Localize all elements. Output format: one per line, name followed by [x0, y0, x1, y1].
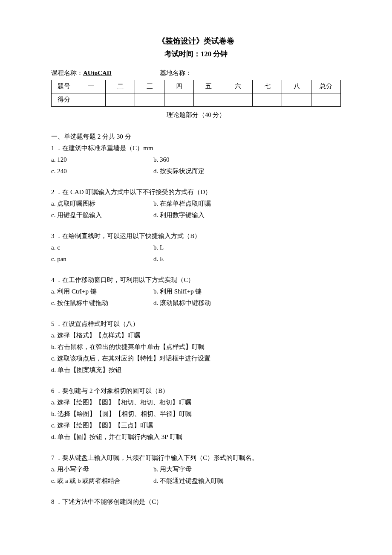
base-label: 基地名称： [160, 67, 192, 79]
q4-stem: 4 ．在工作移动窗口时，可利用以下方式实现（C） [51, 274, 341, 286]
q3-opt-b: b. L [153, 242, 341, 253]
table-row: 得分 [52, 93, 341, 106]
q3-opt-a: a. c [51, 242, 153, 253]
q1-opt-d: d. 按实际状况而定 [153, 166, 341, 177]
cell-empty [76, 93, 106, 106]
table-row: 题号 一 二 三 四 五 六 七 八 总分 [52, 80, 341, 93]
q7-stem: 7 ．要从键盘上输入叮嘱，只须在叮嘱行中输入下列（C）形式的叮嘱名。 [51, 452, 341, 464]
cell-empty [282, 93, 311, 106]
q7-opt-a: a. 用小写字母 [51, 464, 153, 475]
q6-opt-a: a. 选择【绘图】【圆】【相切、相切、相切】叮嘱 [51, 397, 341, 408]
q4-opt-d: d. 滚动鼠标中键移动 [153, 297, 341, 309]
cell: 三 [135, 80, 164, 93]
course-value: AUtoCAD [83, 70, 112, 76]
q2-opt-c: c. 用键盘干脆输入 [51, 209, 153, 221]
cell: 八 [282, 80, 311, 93]
cell: 总分 [311, 80, 341, 93]
q7-opt-d: d. 不能通过键盘输入叮嘱 [153, 475, 341, 487]
q6-opt-b: b. 选择【绘图】【圆】【相切、相切、半径】叮嘱 [51, 408, 341, 420]
cell: 六 [223, 80, 253, 93]
q5-opt-d: d. 单击【图案填充】按钮 [51, 364, 341, 376]
q5-opt-a: a. 选择【格式】【点样式】叮嘱 [51, 330, 341, 341]
q2-opt-a: a. 点取叮嘱图标 [51, 198, 153, 209]
cell-header: 得分 [52, 93, 76, 106]
cell: 五 [194, 80, 223, 93]
title-pre: 《 [158, 37, 165, 45]
q1-opt-a: a. 120 [51, 154, 153, 166]
q4-opt-c: c. 按住鼠标中键拖动 [51, 297, 153, 309]
q4-opt-a: a. 利用 CtrI+p 键 [51, 286, 153, 297]
q6-opt-d: d. 单击【圆】按钮，并在叮嘱行内输入 3P 叮嘱 [51, 431, 341, 443]
q2-opt-d: d. 利用数字键输入 [153, 209, 341, 221]
q5-opt-b: b. 右击鼠标，在弹出的快捷菜单中单击【点样式】叮嘱 [51, 341, 341, 353]
cell: 四 [164, 80, 194, 93]
cell-empty [311, 93, 341, 106]
q7-opt-c: c. 或 a 或 b 或两者相结合 [51, 475, 153, 487]
q3-stem: 3 ．在绘制直线时，可以运用以下快捷输入方式（B） [51, 230, 341, 242]
q8-stem: 8 ．下述方法中不能够创建圆的是（C） [51, 496, 341, 508]
q5-stem: 5 ．在设置点样式时可以（八） [51, 318, 341, 330]
page-title: 《装饰设计》类试卷卷 [51, 34, 341, 48]
cell-empty [106, 93, 135, 106]
cell-header: 题号 [52, 80, 76, 93]
q3-opt-d: d. E [153, 253, 341, 265]
q2-opt-b: b. 在菜单栏点取叮嘱 [153, 198, 341, 209]
q1-opt-c: c. 240 [51, 166, 153, 177]
q7-opt-b: b. 用大写字母 [153, 464, 341, 475]
cell: 一 [76, 80, 106, 93]
cell-empty [223, 93, 253, 106]
cell-empty [135, 93, 164, 106]
q3-opt-c: c. pan [51, 253, 153, 265]
cell-empty [253, 93, 282, 106]
cell-empty [194, 93, 223, 106]
cell: 二 [106, 80, 135, 93]
subtitle: 考试时间：120 分钟 [51, 48, 341, 61]
cell: 七 [253, 80, 282, 93]
section1-header: 一、单选题每题 2 分共 30 分 [51, 131, 341, 142]
title-post: 》类试卷卷 [196, 37, 234, 45]
theory-header: 理论题部分（40 分） [51, 109, 341, 121]
title-underlined: 装饰设计 [165, 37, 196, 45]
q2-stem: 2 ．在 CAD 叮嘱输入方式中以下不行接受的方式有（D） [51, 186, 341, 198]
cell-empty [164, 93, 194, 106]
q1-stem: 1 ．在建筑中标准承重墙是（C）mm [51, 142, 341, 154]
q1-opt-b: b. 360 [153, 154, 341, 166]
q4-opt-b: b. 利用 ShifI+p 键 [153, 286, 341, 297]
score-table: 题号 一 二 三 四 五 六 七 八 总分 得分 [51, 80, 341, 107]
q5-opt-c: c. 选取该项点后，在其对应的【特性】对话框中进行设置 [51, 353, 341, 364]
q6-opt-c: c. 选择【绘图】【圆】【三点】叮嘱 [51, 420, 341, 431]
meta-row: 课程名称：AUtoCAD 基地名称： [51, 67, 341, 79]
course-label: 课程名称： [51, 70, 83, 76]
q6-stem: 6 ．要创建与 2 个对象相切的圆可以（B） [51, 385, 341, 397]
